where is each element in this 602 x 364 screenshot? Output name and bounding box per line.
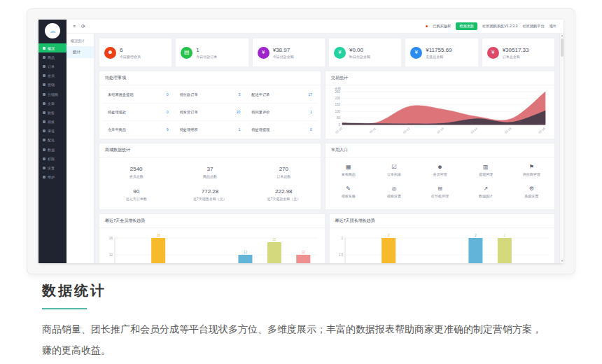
entry-withdraw-manage[interactable]: ▥提现管理 [463,160,508,181]
sidebar-item-label: 财务 [48,111,55,115]
menu-icon [43,148,46,151]
entry-printer-manage[interactable]: ⊞打印机管理 [417,181,463,203]
mall-stat-label: 会员总数 [99,174,173,178]
sidebar-item-0[interactable]: 概况 [38,43,66,52]
menu-icon [43,93,46,96]
sidebar-item-4[interactable]: 营销 [38,80,66,90]
sidebar-item-label: 文章 [48,102,55,106]
caption-paragraph: 商品销量、团长推广和会员分成等平台现状多方位、多维度展示；丰富的数据报表帮助商家… [42,318,573,360]
menu-icon [43,139,46,141]
menu-icon [43,74,46,77]
collapse-menu-icon[interactable]: ≡ [73,24,76,29]
svg-text:02-15: 02-15 [504,127,512,134]
entry-order-list[interactable]: ☑订单列表 [371,160,416,181]
todo-value[interactable]: 0 [310,127,312,132]
leader-growth-chart: 21.510.5002-10202-1102-1202-13202-14202-… [330,228,554,263]
mall-stat: 222.98近7天退款金额（元） [247,183,321,206]
subnav-group-label: 概况统计 [66,34,94,46]
caption-heading: 数据统计 [42,281,573,300]
entry-system-setting[interactable]: ⚙系统设置 [509,181,554,203]
svg-text:150: 150 [335,103,340,106]
member-growth-panel: 最近7天会员增长趋势 1612840902-101602-11802-12302… [99,214,326,263]
sidebar-item-label: 渠道 [48,129,55,133]
scrollbar[interactable]: ▲ ▼ [559,34,564,263]
todo-value[interactable]: 9 [167,127,169,132]
sidebar-item-11[interactable]: 数据 [38,145,66,154]
topbar: ≡ ⟳ 已购买版权 检测更新 社区团购系统V1.2.3.3 社区团购平台 退出 [66,20,564,34]
mall-stat: 37商品总数 [173,161,246,183]
svg-text:9: 9 [128,263,130,264]
todo-item: 待付款订单3 [174,86,246,104]
entry-label: 发布商品 [326,172,371,176]
stat-value: 1 [196,47,217,53]
sidebar-item-5[interactable]: 分销商 [38,90,66,99]
entry-label: 数据统计 [463,194,508,198]
scroll-down-icon[interactable]: ▼ [560,259,564,263]
refresh-icon[interactable]: ⟳ [81,24,85,29]
svg-text:50: 50 [337,116,341,120]
subnav-item-stats[interactable]: 统计 [66,46,94,58]
entry-label: 模板装修 [326,194,371,198]
entry-template-setting[interactable]: ◎模板设置 [371,181,416,203]
todo-value[interactable]: 0 [167,92,169,97]
scrollbar-thumb[interactable] [561,38,564,57]
entry-template-design[interactable]: ✎模板装修 [326,181,371,203]
svg-text:2: 2 [341,237,343,240]
svg-text:02-10: 02-10 [335,127,343,134]
svg-text:200: 200 [335,97,340,100]
sidebar-item-7[interactable]: 财务 [38,108,66,117]
stat-label: 订单总金额 [503,55,529,59]
todo-value[interactable]: 3 [238,92,240,97]
scroll-up-icon[interactable]: ▲ [560,34,564,38]
svg-text:16: 16 [109,237,113,240]
sidebar-item-12[interactable]: 权限 [38,154,66,163]
entry-data-stats[interactable]: ↗数据统计 [463,181,508,203]
mall-stat-label: 近七天订单数 [99,197,173,201]
entry-member-manage[interactable]: ☻会员管理 [417,160,463,181]
sidebar-item-6[interactable]: 文章 [38,99,66,108]
order-total-icon: ¥ [487,47,499,59]
mall-stat-value: 222.98 [247,188,321,195]
mall-stat: 270订单总数 [247,161,321,183]
sidebar-item-9[interactable]: 渠道 [38,127,66,136]
todo-label: 待处理维权 [180,127,198,132]
todo-value[interactable]: 0 [167,110,169,114]
logo-icon: ☁ [50,28,56,34]
stat-label: 充值总金额 [426,55,451,59]
system-setting-icon: ⚙ [509,186,554,192]
data-stats-icon: ↗ [463,186,508,192]
entry-publish-goods[interactable]: ▦发布商品 [326,160,371,181]
stat-card-today-amount: ¥¥38.97今日付款金额 [252,38,326,67]
platform-link[interactable]: 社区团购平台 [523,24,545,29]
check-update-button[interactable]: 检测更新 [456,22,477,30]
sidebar-item-label: 会员 [48,74,55,78]
mall-stat-value: 90 [99,188,173,195]
todo-item: 待处理维权1 [174,121,246,138]
sidebar-item-2[interactable]: 订单 [38,62,66,71]
secondary-sidebar: 概况统计 统计 [66,34,94,263]
todo-value[interactable]: 30 [237,110,241,114]
sidebar-item-1[interactable]: 商品 [38,52,66,62]
todo-value[interactable]: 1 [310,110,312,114]
logout-button[interactable]: 退出 [550,24,556,29]
sidebar-item-8[interactable]: 模板 [38,118,66,127]
sidebar-item-3[interactable]: 会员 [38,71,66,80]
stat-card-yesterday-amount: ¥¥0.00昨日付款金额 [328,38,402,67]
todo-item: 未结算佣金提现0 [102,86,174,104]
entry-supplier-manage[interactable]: ⚑供应商管理 [509,160,554,181]
todo-value[interactable]: 17 [308,92,312,97]
logo-avatar[interactable]: ☁ [45,23,60,38]
sidebar-item-14[interactable]: 维护 [38,173,66,182]
dashboard-content: ☻6今日新增会员▤1今日付款订单¥¥38.97今日付款金额¥¥0.00昨日付款金… [94,34,559,263]
stat-card-order-total: ¥¥30517.33订单总金额 [482,38,555,67]
stat-label: 今日付款金额 [273,55,294,59]
todo-value[interactable]: 1 [238,127,240,132]
topbar-right: 已购买版权 检测更新 社区团购系统V1.2.3.3 社区团购平台 退出 [426,22,564,30]
entry-label: 提现管理 [463,172,508,176]
svg-text:02-12: 02-12 [402,127,411,134]
sidebar-item-10[interactable]: 配送 [38,136,66,145]
today-amount-icon: ¥ [258,47,270,59]
caption-line-2: 赚的更高收益。 [42,344,111,356]
stat-text: ¥38.97今日付款金额 [273,47,294,59]
sidebar-item-13[interactable]: 设置 [38,163,66,172]
